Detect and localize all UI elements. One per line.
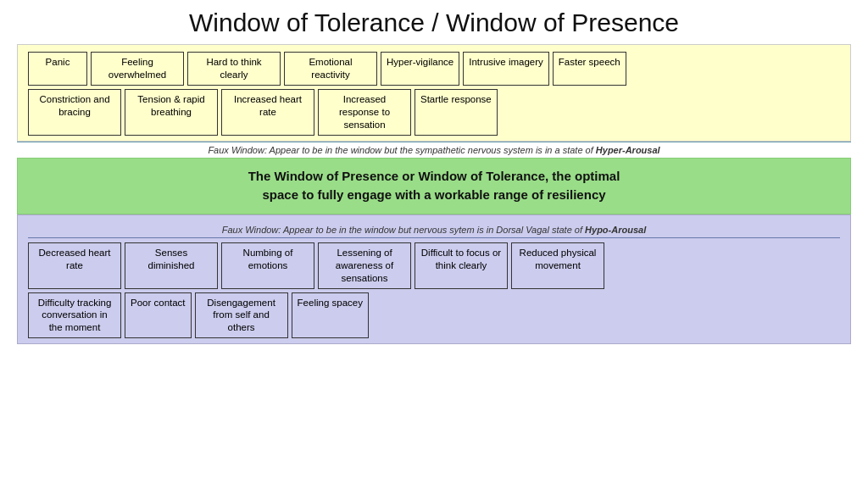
page: Window of Tolerance / Window of Presence… [0,0,868,490]
hypo-box: Difficult to focus or think clearly [415,242,508,289]
hypo-box: Difficulty tracking conversation in the … [28,292,121,339]
hyper-box: Increased response to sensation [318,89,411,136]
hyper-box: Tension & rapid breathing [125,89,218,136]
hypo-arousal-zone: Faux Window: Appear to be in the window … [17,214,851,345]
hyper-row-2: Constriction and bracingTension & rapid … [28,89,840,136]
hypo-faux-label: Faux Window: Appear to be in the window … [28,222,840,238]
page-title: Window of Tolerance / Window of Presence [17,8,851,37]
hypo-box: Reduced physical movement [511,242,604,289]
hyper-box: Hyper-vigilance [381,52,459,86]
hypo-rows: Decreased heart rateSenses diminishedNum… [28,242,840,339]
hyper-faux-label: Faux Window: Appear to be in the window … [17,142,851,158]
hypo-row-2: Difficulty tracking conversation in the … [28,292,840,339]
hyper-box: Emotional reactivity [284,52,377,86]
hypo-box: Senses diminished [125,242,218,289]
hypo-box: Feeling spacey [292,292,369,339]
hyper-box: Faster speech [553,52,626,86]
hypo-box: Poor contact [125,292,192,339]
hypo-box: Lessening of awareness of sensations [318,242,411,289]
hyper-box: Hard to think clearly [187,52,281,86]
hyper-box: Increased heart rate [221,89,314,136]
hyper-box: Intrusive imagery [463,52,549,86]
hyper-box: Startle response [415,89,498,136]
hypo-box: Decreased heart rate [28,242,121,289]
hypo-box: Disengagement from self and others [195,292,288,339]
window-of-tolerance-zone: The Window of Presence or Window of Tole… [17,158,851,214]
hypo-row-1: Decreased heart rateSenses diminishedNum… [28,242,840,289]
hyper-box: Panic [28,52,87,86]
hyper-arousal-zone: PanicFeeling overwhelmedHard to think cl… [17,44,851,142]
window-text: The Window of Presence or Window of Tole… [35,167,833,205]
hypo-box: Numbing of emotions [221,242,314,289]
hyper-row-1: PanicFeeling overwhelmedHard to think cl… [28,52,840,86]
hyper-box: Constriction and bracing [28,89,121,136]
hyper-box: Feeling overwhelmed [91,52,184,86]
